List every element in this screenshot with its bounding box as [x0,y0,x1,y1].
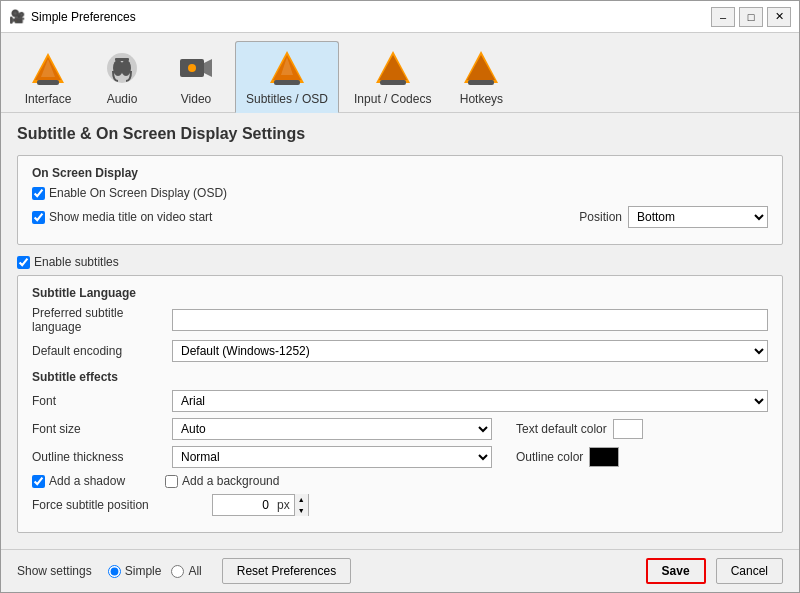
text-color-box[interactable] [613,419,643,439]
tab-video-label: Video [181,92,211,106]
svg-rect-7 [115,58,129,61]
spinbox-buttons: ▲ ▼ [294,494,308,516]
default-encoding-row: Default encoding Default (Windows-1252) … [32,340,768,362]
tab-interface[interactable]: Interface [13,41,83,112]
subtitle-section: Subtitle Language Preferred subtitle lan… [17,275,783,533]
outline-thickness-row: Outline thickness None Thin Normal Thick… [32,446,768,468]
preferred-language-input-wrapper [172,309,768,331]
interface-icon [28,48,68,88]
font-label: Font [32,394,172,408]
show-media-title-row: Show media title on video start Position… [32,206,768,228]
checkbox-pair-row: Add a shadow Add a background [32,474,768,488]
position-select[interactable]: Bottom Top-Left Top-Center Top-Right Cen… [628,206,768,228]
tabs-bar: Interface Audio [1,33,799,113]
position-label: Position [579,210,622,224]
svg-rect-13 [274,80,300,85]
position-group: Position Bottom Top-Left Top-Center Top-… [579,206,768,228]
tab-video[interactable]: Video [161,41,231,112]
tab-subtitles-label: Subtitles / OSD [246,92,328,106]
subtitles-icon [267,48,307,88]
tab-audio-label: Audio [107,92,138,106]
enable-subtitle-row: Enable subtitles [17,255,783,269]
svg-rect-20 [468,80,494,85]
app-icon: 🎥 [9,9,25,25]
osd-section-label: On Screen Display [32,166,768,180]
font-size-label: Font size [32,422,172,436]
outline-thickness-label: Outline thickness [32,450,172,464]
show-media-title-checkbox[interactable] [32,211,45,224]
maximize-button[interactable]: □ [739,7,763,27]
outline-color-box[interactable] [589,447,619,467]
default-encoding-select-wrapper: Default (Windows-1252) UTF-8 ISO-8859-1 [172,340,768,362]
force-position-input[interactable] [213,495,273,515]
force-position-label: Force subtitle position [32,498,212,512]
preferred-language-input[interactable] [172,309,768,331]
add-background-label[interactable]: Add a background [165,474,279,488]
title-bar: 🎥 Simple Preferences – □ ✕ [1,1,799,33]
force-position-spinbox[interactable]: px ▲ ▼ [212,494,309,516]
enable-osd-label[interactable]: Enable On Screen Display (OSD) [32,186,227,200]
outline-color-label: Outline color [516,450,583,464]
osd-section: On Screen Display Enable On Screen Displ… [17,155,783,245]
add-shadow-checkbox[interactable] [32,475,45,488]
tab-subtitles[interactable]: Subtitles / OSD [235,41,339,113]
font-row: Font Arial Times New Roman Courier New V… [32,390,768,412]
text-color-group: Text default color [516,419,643,439]
svg-marker-19 [467,55,495,80]
main-window: 🎥 Simple Preferences – □ ✕ Interface [0,0,800,593]
radio-simple[interactable]: Simple [108,564,162,578]
svg-marker-16 [379,55,407,80]
force-position-row: Force subtitle position px ▲ ▼ [32,494,768,516]
radio-group: Simple All [108,564,202,578]
add-background-checkbox[interactable] [165,475,178,488]
hotkeys-icon [461,48,501,88]
radio-all-input[interactable] [171,565,184,578]
svg-marker-9 [204,59,212,77]
svg-rect-2 [37,80,59,85]
svg-point-10 [188,64,196,72]
tab-input[interactable]: Input / Codecs [343,41,442,112]
enable-osd-checkbox[interactable] [32,187,45,200]
outline-color-group: Outline color [516,447,619,467]
text-color-label: Text default color [516,422,607,436]
show-media-title-label[interactable]: Show media title on video start [32,210,212,224]
font-select-wrapper: Arial Times New Roman Courier New Verdan… [172,390,768,412]
font-size-row: Font size Auto Small Normal Large Very L… [32,418,768,440]
save-button[interactable]: Save [646,558,706,584]
preferred-language-label: Preferred subtitle language [32,306,172,334]
cancel-button[interactable]: Cancel [716,558,783,584]
reset-preferences-button[interactable]: Reset Preferences [222,558,351,584]
svg-point-6 [121,60,131,76]
add-shadow-label[interactable]: Add a shadow [32,474,125,488]
tab-interface-label: Interface [25,92,72,106]
enable-osd-row: Enable On Screen Display (OSD) [32,186,768,200]
default-encoding-label: Default encoding [32,344,172,358]
input-icon [373,48,413,88]
radio-simple-input[interactable] [108,565,121,578]
spinbox-up-button[interactable]: ▲ [294,494,308,505]
font-size-controls: Auto Small Normal Large Very Large Text … [172,418,768,440]
content-area: Subtitle & On Screen Display Settings On… [1,113,799,549]
preferred-language-row: Preferred subtitle language [32,306,768,334]
minimize-button[interactable]: – [711,7,735,27]
video-icon [176,48,216,88]
outline-thickness-controls: None Thin Normal Thick Outline color [172,446,768,468]
font-size-select[interactable]: Auto Small Normal Large Very Large [172,418,492,440]
tab-audio[interactable]: Audio [87,41,157,112]
tab-hotkeys[interactable]: Hotkeys [446,41,516,112]
subtitle-language-label: Subtitle Language [32,286,768,300]
default-encoding-select[interactable]: Default (Windows-1252) UTF-8 ISO-8859-1 [172,340,768,362]
window-controls: – □ ✕ [711,7,791,27]
enable-subtitles-label[interactable]: Enable subtitles [17,255,119,269]
subtitle-effects-label: Subtitle effects [32,370,768,384]
bottom-bar: Show settings Simple All Reset Preferenc… [1,549,799,592]
spinbox-down-button[interactable]: ▼ [294,505,308,516]
font-select[interactable]: Arial Times New Roman Courier New Verdan… [172,390,768,412]
close-button[interactable]: ✕ [767,7,791,27]
radio-all[interactable]: All [171,564,201,578]
audio-icon [102,48,142,88]
page-title: Subtitle & On Screen Display Settings [17,125,783,143]
enable-subtitles-checkbox[interactable] [17,256,30,269]
outline-thickness-select[interactable]: None Thin Normal Thick [172,446,492,468]
svg-rect-17 [380,80,406,85]
